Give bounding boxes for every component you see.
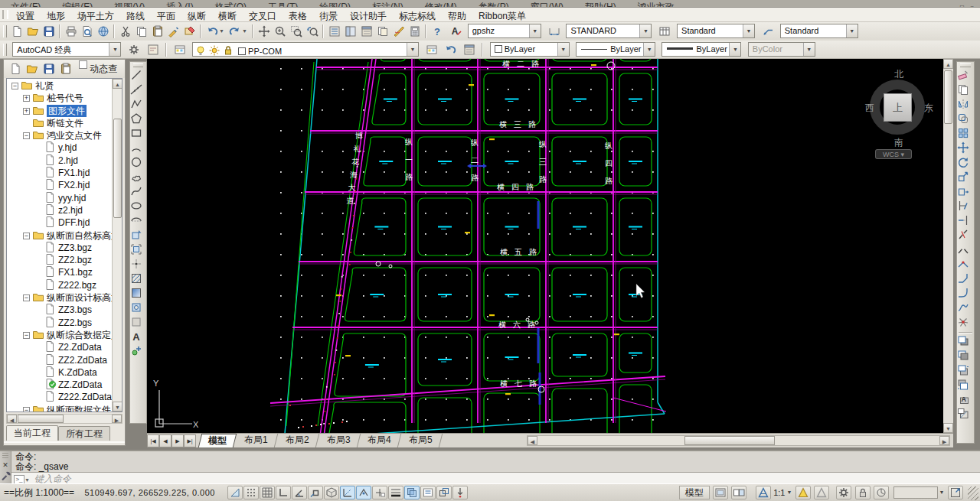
grid-display-toggle[interactable] — [260, 486, 275, 499]
pan-button[interactable] — [256, 24, 272, 39]
tree-item-K.ZdData[interactable]: K.ZdData — [7, 366, 122, 378]
window-menu-item[interactable]: 插入(I) — [155, 0, 204, 8]
menu-item-设计助手[interactable]: 设计助手 — [344, 9, 393, 23]
hatch-to-back-button[interactable] — [957, 412, 969, 422]
polygon-button[interactable] — [130, 116, 142, 127]
rectangle-button[interactable] — [130, 131, 142, 142]
window-menu-item[interactable]: 鸿业市政 — [627, 0, 685, 8]
quickcalc-button[interactable] — [407, 24, 423, 39]
layout-tab-布局5[interactable]: 布局5 — [400, 434, 443, 447]
make-layer-current-button[interactable] — [423, 42, 439, 57]
tree-item-FX2.hjd[interactable]: FX2.hjd — [7, 178, 122, 190]
construction-line-button[interactable] — [130, 87, 142, 98]
move-button[interactable] — [957, 145, 969, 156]
tree-item-纵断面自然标高文件[interactable]: −纵断面自然标高文件 — [7, 229, 122, 241]
send-to-back-button[interactable] — [957, 353, 969, 364]
zoom-previous-button[interactable] — [304, 24, 320, 39]
menu-item-场平土方[interactable]: 场平土方 — [71, 9, 120, 23]
window-menu-item[interactable]: 参数(P) — [468, 0, 520, 8]
drawing-canvas[interactable]: 横二路横三路横四路横五路横六路横七路纵一路纵二路纵三路纵四路博礼花海大道 Y X… — [147, 59, 943, 433]
tree-item-断链文件[interactable]: 断链文件 — [7, 116, 122, 129]
layer-properties-button[interactable] — [172, 42, 188, 57]
rotate-button[interactable] — [957, 160, 969, 171]
scrollbar-thumb[interactable] — [113, 119, 122, 218]
undo-button[interactable]: ▼ — [204, 24, 220, 39]
project-import-button[interactable] — [57, 61, 74, 76]
properties-button[interactable] — [326, 24, 342, 39]
block-editor-button[interactable] — [181, 24, 198, 39]
tree-item-yyy.hjd[interactable]: yyy.hjd — [7, 191, 122, 203]
show-lineweight-toggle[interactable] — [388, 486, 403, 499]
break-button[interactable] — [957, 247, 969, 258]
text-style-icon[interactable]: A — [447, 24, 463, 39]
menu-item-设置[interactable]: 设置 — [10, 9, 41, 23]
dim-style-icon[interactable] — [546, 24, 562, 39]
open-project-button[interactable] — [24, 61, 41, 76]
dynamic-input-toggle[interactable] — [372, 486, 387, 499]
scroll-right-arrow[interactable]: ▶ — [939, 436, 949, 445]
quick-view-layouts-button[interactable] — [731, 486, 746, 499]
command-history[interactable]: 命令:命令: _qsave — [11, 451, 980, 472]
menu-item-标志标线[interactable]: 标志标线 — [393, 9, 442, 23]
scrollbar-thumb[interactable] — [684, 436, 775, 445]
tree-horizontal-scrollbar[interactable]: ◀▶ — [6, 414, 122, 424]
toolbar-lock-button[interactable] — [855, 486, 871, 499]
viewcube-top-face[interactable]: 上 — [884, 93, 912, 122]
window-menu-item[interactable]: 文件(F) — [0, 0, 51, 8]
close-icon[interactable]: ✕ — [0, 460, 11, 470]
tree-expander[interactable]: − — [11, 83, 18, 89]
object-snap-tracking-toggle[interactable] — [340, 486, 355, 499]
layer-thaw-icon[interactable] — [208, 44, 220, 57]
ortho-mode-toggle[interactable] — [276, 486, 291, 499]
selection-cycling-toggle[interactable] — [436, 486, 452, 499]
chevron-down-icon[interactable]: ▼ — [219, 28, 224, 34]
menu-item-地形[interactable]: 地形 — [41, 9, 71, 23]
scroll-left-arrow[interactable]: ◀ — [7, 415, 17, 423]
toolbar-grip[interactable] — [133, 63, 143, 67]
linetype-combo[interactable]: ByLayer▼ — [576, 42, 655, 57]
tree-item-Z222.ZdData[interactable]: Z222.ZdData — [7, 390, 122, 402]
first-tab-button[interactable]: |◀ — [147, 434, 159, 447]
window-menu-item[interactable]: 修改(M) — [414, 0, 468, 8]
3d-object-snap-toggle[interactable] — [324, 486, 339, 499]
help-button[interactable]: ? — [429, 24, 445, 39]
tree-expander[interactable]: − — [23, 332, 30, 339]
text-to-front-button[interactable]: A — [957, 397, 969, 408]
new-project-button[interactable] — [7, 61, 24, 76]
chevron-down-icon[interactable]: ▼ — [743, 24, 754, 37]
arc-button[interactable] — [130, 145, 142, 156]
object-snap-toggle[interactable] — [308, 486, 323, 499]
menu-item-纵断[interactable]: 纵断 — [181, 9, 212, 23]
menu-item-帮助[interactable]: 帮助 — [442, 9, 472, 23]
layout-tab-模型[interactable]: 模型 — [198, 434, 237, 447]
lineweight-combo[interactable]: ByLayer▼ — [662, 42, 741, 57]
annotation-monitor-toggle[interactable] — [452, 486, 468, 499]
next-tab-button[interactable]: ▶ — [172, 434, 184, 447]
chevron-down-icon[interactable]: ▼ — [785, 490, 792, 495]
layer-on-icon[interactable] — [194, 44, 207, 57]
match-properties-button[interactable] — [165, 24, 181, 39]
chevron-down-icon[interactable]: ▼ — [939, 490, 944, 495]
tree-item-ZZ.ZdData[interactable]: ZZ.ZdData — [7, 378, 122, 390]
copy-button[interactable] — [133, 24, 149, 39]
tree-expander[interactable]: + — [23, 95, 30, 102]
project-tab-所有工程[interactable]: 所有工程 — [58, 426, 110, 441]
chevron-down-icon[interactable]: ▼ — [109, 43, 120, 56]
layout-tab-布局3[interactable]: 布局3 — [317, 434, 360, 447]
scroll-down-arrow[interactable]: ▼ — [943, 423, 953, 433]
scroll-up-arrow[interactable]: ▲ — [113, 79, 122, 89]
table-button[interactable] — [130, 320, 142, 330]
mirror-button[interactable] — [957, 102, 969, 112]
tree-item-2.hjd[interactable]: 2.hjd — [7, 154, 122, 166]
layout-button[interactable] — [713, 486, 728, 499]
publish-button[interactable] — [95, 24, 111, 39]
tree-item-y.hjd[interactable]: y.hjd — [7, 141, 122, 153]
scroll-left-arrow[interactable]: ◀ — [528, 436, 537, 445]
chevron-down-icon[interactable]: ▼ — [529, 24, 541, 37]
wrench-icon[interactable] — [0, 470, 11, 484]
multileader-style-combo[interactable]: Standard▼ — [780, 24, 858, 38]
multileader-style-icon[interactable] — [760, 24, 776, 39]
break-at-point-button[interactable] — [957, 233, 969, 243]
qnew-button[interactable] — [8, 24, 24, 39]
ellipse-arc-button[interactable] — [130, 218, 142, 229]
